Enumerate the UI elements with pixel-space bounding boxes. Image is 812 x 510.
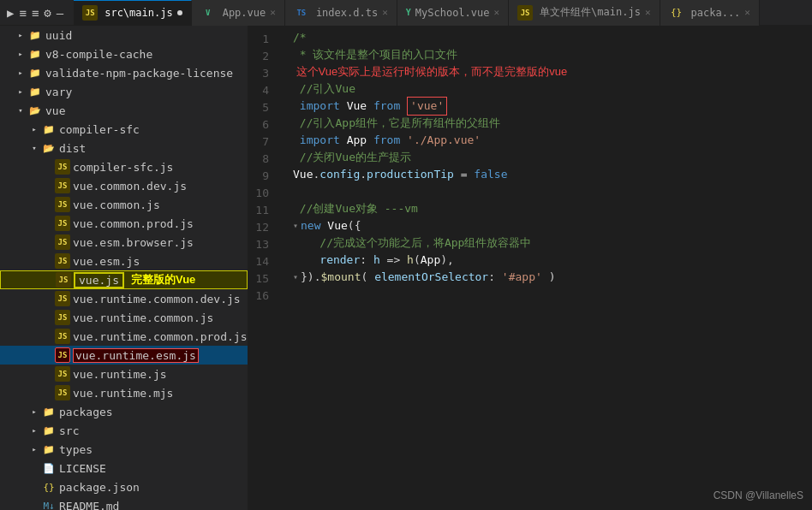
- sidebar-item-vue-runtime-js[interactable]: JS vue.runtime.js: [0, 365, 248, 383]
- tab-close[interactable]: ✕: [645, 7, 651, 18]
- sidebar-item-vue-common-dev[interactable]: JS vue.common.dev.js: [0, 176, 248, 195]
- sidebar-item-packages[interactable]: 📁 packages: [0, 402, 248, 421]
- js-icon: JS: [55, 329, 70, 344]
- sidebar-item-vue-js[interactable]: JS vue.js 完整版的Vue: [0, 270, 248, 289]
- line-num-5: 5: [248, 99, 279, 116]
- sidebar-item-src[interactable]: 📁 src: [0, 421, 248, 440]
- watermark: CSDN @VillanelleS: [713, 489, 803, 501]
- js-icon: JS: [55, 385, 70, 400]
- js-icon: JS: [55, 310, 70, 325]
- js-icon: JS: [55, 216, 70, 231]
- line-num-12: 12: [248, 219, 279, 236]
- code-token: (: [414, 252, 421, 269]
- menu-icon1[interactable]: ≡: [19, 6, 26, 20]
- item-label: vue.runtime.esm.js: [73, 348, 199, 363]
- line-num-8: 8: [248, 151, 279, 168]
- item-label: package.json: [59, 481, 140, 494]
- sidebar-item-vue-runtime-common-js[interactable]: JS vue.runtime.common.js: [0, 308, 248, 327]
- code-token: .: [360, 166, 367, 183]
- code-token: [293, 183, 300, 200]
- js-icon: JS: [55, 253, 70, 269]
- code-token: Vue: [347, 98, 367, 115]
- arrow-icon: [14, 85, 27, 98]
- js-icon: JS: [55, 159, 70, 175]
- tab-myschool-vue[interactable]: Y MySchool.vue ✕: [397, 0, 509, 26]
- sidebar-item-compiler-sfc-js[interactable]: JS compiler-sfc.js: [0, 157, 248, 176]
- tab-sfc-main-js[interactable]: JS 单文件组件\main.js ✕: [509, 0, 660, 26]
- code-token: from: [367, 98, 407, 115]
- code-line-3: 这个Vue实际上是运行时候的版本，而不是完整版的vue: [293, 63, 812, 80]
- md-icon: M↓: [41, 498, 57, 510]
- fold-icon[interactable]: ▾: [293, 269, 298, 286]
- sidebar-item-readme[interactable]: M↓ README.md: [0, 496, 248, 510]
- top-bar: ▶ ≡ ≡ ⚙ — JS src\main.js V App.vue ✕ TS …: [0, 0, 812, 26]
- line-num-15: 15: [248, 270, 279, 288]
- code-token: productionTip: [367, 166, 454, 183]
- code-line-12: ▾new Vue({: [293, 217, 812, 234]
- js-icon: JS: [55, 347, 70, 363]
- sidebar-item-vue-runtime-common-prod[interactable]: JS vue.runtime.common.prod.js: [0, 327, 248, 346]
- js-icon: JS: [56, 272, 71, 288]
- main-layout: 📁 uuid 📁 v8-compile-cache 📁 validate-npm…: [0, 26, 812, 510]
- settings-icon[interactable]: ⚙: [44, 6, 51, 20]
- line-num-7: 7: [248, 133, 279, 151]
- tab-packa[interactable]: {} packa... ✕: [660, 0, 760, 26]
- code-line-6: //引入App组件，它是所有组件的父组件: [293, 115, 812, 132]
- sidebar-item-uuid[interactable]: 📁 uuid: [0, 26, 248, 44]
- sidebar-item-vue-esm-js[interactable]: JS vue.esm.js: [0, 252, 248, 270]
- menu-icon2[interactable]: ≡: [32, 6, 39, 20]
- sidebar-item-vue-runtime-esm[interactable]: JS vue.runtime.esm.js: [0, 346, 248, 365]
- js-icon: JS: [55, 178, 70, 193]
- sidebar-item-package-json[interactable]: {} package.json: [0, 477, 248, 496]
- sidebar-item-vary[interactable]: 📁 vary: [0, 82, 248, 101]
- tab-app-vue[interactable]: V App.vue ✕: [192, 0, 285, 26]
- sidebar-item-license[interactable]: 📄 LICENSE: [0, 459, 248, 477]
- fold-icon[interactable]: ▾: [293, 217, 298, 234]
- tab-close[interactable]: ✕: [493, 7, 499, 18]
- sidebar-item-compiler-sfc[interactable]: 📁 compiler-sfc: [0, 120, 248, 139]
- sidebar-item-vue-common-js[interactable]: JS vue.common.js: [0, 195, 248, 214]
- js-file-icon: JS: [82, 5, 98, 21]
- code-token: //引入Vue: [293, 80, 355, 98]
- code-lines: /* * 该文件是整个项目的入口文件 这个Vue实际上是运行时候的版本，而不是完…: [290, 29, 812, 305]
- code-token: //完成这个功能之后，将App组件放容器中: [293, 234, 531, 252]
- sidebar-item-vue-esm-browser[interactable]: JS vue.esm.browser.js: [0, 233, 248, 252]
- tab-close[interactable]: ✕: [382, 7, 388, 18]
- tab-close-dot[interactable]: [177, 10, 182, 15]
- minimize-icon[interactable]: —: [57, 6, 63, 20]
- sidebar-item-validate[interactable]: 📁 validate-npm-package-license: [0, 63, 248, 82]
- code-token: 这个Vue实际上是运行时候的版本，而不是完整版的vue: [293, 63, 567, 80]
- code-token: false: [474, 166, 507, 183]
- code-token: //引入App组件，它是所有组件的父组件: [293, 115, 500, 132]
- arrow-icon: [14, 104, 27, 117]
- sidebar-item-vue[interactable]: 📂 vue: [0, 101, 248, 120]
- code-token: ): [542, 269, 556, 286]
- tab-close[interactable]: ✕: [270, 7, 276, 18]
- sidebar-item-vue-runtime-common-dev[interactable]: JS vue.runtime.common.dev.js: [0, 289, 248, 308]
- item-label: vary: [45, 86, 72, 98]
- code-line-5: import Vue from 'vue': [293, 98, 812, 115]
- code-line-4: //引入Vue: [293, 80, 812, 98]
- sidebar-item-vue-runtime-mjs[interactable]: JS vue.runtime.mjs: [0, 383, 248, 402]
- item-label: vue: [45, 104, 65, 117]
- sidebar-item-dist[interactable]: 📂 dist: [0, 139, 248, 157]
- item-label: types: [59, 443, 93, 456]
- code-line-2: * 该文件是整个项目的入口文件: [293, 46, 812, 63]
- sidebar-item-types[interactable]: 📁 types: [0, 440, 248, 459]
- code-token: App: [347, 132, 367, 149]
- tab-label: index.d.ts: [316, 7, 378, 19]
- tab-main-js[interactable]: JS src\main.js: [74, 0, 191, 26]
- tab-close[interactable]: ✕: [744, 7, 750, 18]
- sidebar-item-v8[interactable]: 📁 v8-compile-cache: [0, 44, 248, 63]
- code-line-1: /*: [293, 29, 812, 46]
- run-icon[interactable]: ▶: [7, 6, 14, 20]
- code-line-7: import App from './App.vue': [293, 132, 812, 149]
- code-line-9: Vue.config.productionTip = false: [293, 166, 812, 183]
- code-token: h: [407, 252, 414, 269]
- line-num-6: 6: [248, 116, 279, 133]
- item-label: vue.runtime.common.dev.js: [73, 293, 241, 305]
- sidebar-item-vue-common-prod[interactable]: JS vue.common.prod.js: [0, 214, 248, 233]
- folder-icon: 📁: [27, 84, 43, 99]
- tab-index-dts[interactable]: TS index.d.ts ✕: [285, 0, 397, 26]
- line-num-11: 11: [248, 202, 279, 219]
